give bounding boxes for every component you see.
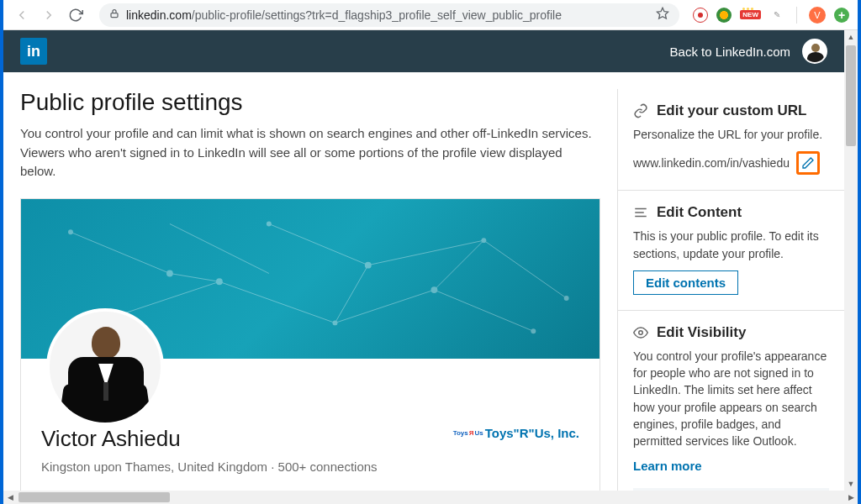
browser-profile-avatar[interactable]: V: [809, 7, 826, 24]
vertical-scrollbar[interactable]: ▲ ▼: [844, 30, 858, 491]
company-name: Toys"R"Us, Inc.: [485, 426, 579, 440]
svg-line-4: [269, 223, 368, 265]
custom-url-desc: Personalize the URL for your profile.: [633, 126, 829, 143]
scroll-down-arrow[interactable]: ▼: [844, 477, 858, 491]
scroll-thumb[interactable]: [18, 492, 170, 502]
company-logo: ToysЯUs: [453, 427, 478, 438]
scroll-up-arrow[interactable]: ▲: [844, 30, 858, 44]
svg-point-23: [430, 286, 437, 293]
svg-line-8: [219, 281, 335, 323]
new-badge-icon[interactable]: NEW: [740, 10, 761, 19]
sidebar: Edit your custom URL Personalize the URL…: [617, 89, 844, 491]
svg-point-24: [531, 328, 536, 333]
extension-add-icon[interactable]: +: [834, 8, 849, 23]
svg-line-10: [434, 290, 533, 331]
bookmark-star-icon[interactable]: [656, 7, 669, 24]
svg-line-5: [368, 240, 484, 265]
horizontal-scrollbar[interactable]: ◀ ▶: [3, 491, 858, 504]
svg-point-19: [564, 295, 569, 300]
linkedin-logo[interactable]: in: [20, 38, 47, 65]
visibility-title: Edit Visibility: [657, 324, 746, 341]
scroll-left-arrow[interactable]: ◀: [3, 491, 17, 504]
edit-url-button[interactable]: [796, 151, 820, 175]
scroll-thumb[interactable]: [846, 45, 856, 146]
svg-point-21: [216, 278, 223, 285]
svg-line-3: [170, 223, 269, 273]
edit-contents-button[interactable]: Edit contents: [633, 270, 738, 295]
page-description: You control your profile and can limit w…: [20, 124, 600, 181]
extension-icons: NEW ✎ V +: [693, 7, 849, 24]
scroll-right-arrow[interactable]: ▶: [844, 491, 858, 504]
svg-point-22: [333, 320, 338, 325]
edit-content-desc: This is your public profile. To edit its…: [633, 228, 829, 262]
custom-url-title: Edit your custom URL: [657, 102, 807, 119]
svg-line-9: [335, 290, 434, 323]
svg-line-12: [335, 265, 367, 323]
svg-point-17: [365, 261, 372, 268]
svg-point-14: [68, 229, 73, 234]
edit-visibility-section: Edit Visibility You control your profile…: [618, 311, 844, 488]
svg-line-7: [120, 281, 219, 314]
svg-rect-0: [111, 13, 118, 17]
link-icon: [633, 103, 648, 118]
svg-point-18: [481, 238, 486, 243]
back-button[interactable]: [12, 5, 32, 25]
reload-button[interactable]: [66, 5, 86, 25]
browser-toolbar: linkedin.com/public-profile/settings?trk…: [3, 0, 858, 30]
svg-point-28: [639, 331, 643, 335]
list-icon: [633, 205, 648, 220]
svg-marker-1: [658, 8, 668, 18]
extension-icon[interactable]: ✎: [769, 8, 784, 23]
custom-url-value: www.linkedin.com/in/vashiedu: [633, 156, 790, 170]
back-to-linkedin-link[interactable]: Back to LinkedIn.com: [670, 45, 790, 59]
svg-line-2: [71, 232, 170, 273]
extension-icon[interactable]: [693, 8, 708, 23]
svg-point-15: [166, 270, 173, 276]
page-viewport: in Back to LinkedIn.com Public profile s…: [3, 30, 844, 491]
page-title: Public profile settings: [20, 89, 600, 116]
address-bar[interactable]: linkedin.com/public-profile/settings?trk…: [99, 3, 679, 27]
eye-icon: [633, 325, 648, 340]
svg-line-6: [483, 240, 566, 298]
header-avatar[interactable]: [802, 39, 827, 64]
svg-line-11: [170, 273, 219, 281]
visibility-desc: You control your profile's appearance fo…: [633, 348, 829, 450]
svg-point-16: [267, 221, 272, 226]
learn-more-link[interactable]: Learn more: [633, 459, 829, 473]
divider: [796, 7, 797, 24]
linkedin-header: in Back to LinkedIn.com: [3, 30, 844, 72]
profile-location: Kingston upon Thames, United Kingdom · 5…: [41, 457, 579, 477]
edit-content-title: Edit Content: [657, 204, 742, 221]
profile-card: Victor Ashiedu Kingston upon Thames, Uni…: [20, 198, 600, 491]
profile-company[interactable]: ToysЯUs Toys"R"Us, Inc.: [453, 426, 579, 440]
lock-icon: [109, 8, 119, 23]
extension-icon[interactable]: [716, 8, 732, 23]
forward-button[interactable]: [39, 5, 59, 25]
edit-content-section: Edit Content This is your public profile…: [618, 191, 844, 311]
svg-line-13: [434, 240, 483, 290]
custom-url-section: Edit your custom URL Personalize the URL…: [618, 89, 844, 191]
url-text: linkedin.com/public-profile/settings?trk…: [126, 8, 649, 22]
